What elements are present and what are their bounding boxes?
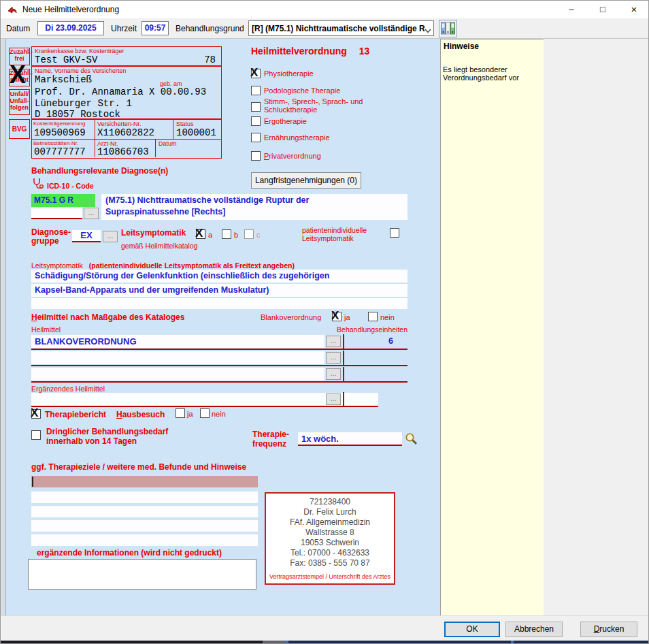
checkbox-ergotherapie[interactable] (251, 116, 261, 126)
ergaenzende-informationen-textarea[interactable] (28, 559, 256, 590)
checkbox-therapiebericht[interactable]: X (31, 409, 41, 419)
checkbox-leitsymptomatik-a[interactable]: X (196, 229, 205, 239)
checkbox-ernaehrungstherapie[interactable] (251, 133, 261, 142)
label-blanko-nein: nein (380, 313, 395, 321)
diagnosis-description[interactable]: (M75.1) Nichttraumatische vollständige R… (101, 194, 407, 220)
checkbox-blanko-nein[interactable] (368, 312, 378, 321)
checkbox-leitsymptomatik-c[interactable] (244, 229, 254, 239)
behandlungsgrund-value: [R] (M75.1) Nichttraumatische vollständi… (252, 24, 425, 33)
label-line: Schlucktherapie (264, 106, 363, 114)
patient-box: Name, Vorname des Versicherten Markschie… (31, 66, 222, 119)
ok-button[interactable]: OK (444, 622, 500, 637)
heilmittel-field-1[interactable]: BLANKOVERORDNUNG (31, 335, 324, 348)
diagnosegruppe-field[interactable]: EX (72, 230, 101, 242)
uhrzeit-field[interactable]: 09:57 (142, 21, 169, 35)
label-line: Leitsymptomatik (302, 234, 367, 242)
taskbar-segment (263, 641, 285, 644)
behandlungseinheiten-value-1[interactable]: 6 (344, 336, 393, 346)
label-ergotherapie: Ergotherapie (264, 117, 307, 125)
magnifier-icon[interactable] (405, 432, 418, 447)
flag-unfall[interactable]: Unfall/ Unfall- folgen (9, 89, 30, 115)
flag-label: folgen (10, 104, 29, 111)
ergaenzende-informationen-label: ergänzende Informationen (wird nicht ged… (37, 548, 222, 558)
checkbox-hausbesuch-ja[interactable] (176, 408, 185, 418)
icd-search-button[interactable]: ... (84, 208, 99, 219)
flag-label: Unfall/ (10, 91, 29, 97)
checkbox-podologische[interactable] (251, 86, 261, 95)
icd-code-field-2[interactable] (31, 208, 82, 219)
prescription-title: Heilmittelverordnung 13 (251, 46, 369, 57)
label-rest: rucken (599, 624, 624, 634)
hinweise-panel: Hinweise Es liegt besonderer Verordnungs… (440, 39, 544, 615)
therapieziele-row-4[interactable] (31, 520, 258, 532)
datum-field[interactable]: Di 23.09.2025 (37, 21, 104, 35)
title-bar: Neue Heilmittelverordnung – □ × (1, 1, 649, 18)
checkbox-leitsymptomatik-b[interactable] (222, 229, 231, 239)
blankoverordnung-label: Blankoverordnung (261, 313, 321, 321)
label-ernaehrungstherapie: Ernährungstherapie (264, 133, 330, 142)
ergaenzend-search-button[interactable]: ... (326, 393, 341, 405)
therapieziele-row-5[interactable] (31, 534, 258, 546)
heilmittel-search-button-2[interactable]: ... (326, 352, 341, 364)
label-physiotherapie: Physiotherapie (264, 69, 314, 78)
checkbox-privatverordnung[interactable] (251, 151, 261, 161)
langfristgenehmigungen-button[interactable]: Langfristgenehmigungen (0) (251, 172, 361, 189)
flag-bvg[interactable]: BVG (9, 119, 30, 139)
insurance-numbers-box: Kostenträgerkennung 109500969 Versichert… (31, 119, 222, 140)
stethoscope-icon (31, 178, 44, 193)
minimize-button[interactable]: – (556, 1, 587, 18)
leitsymptomatik-row-1[interactable]: Schädigung/Störung der Gelenkfunktion (e… (31, 270, 407, 283)
prescription-title-text: Heilmittelverordnung (251, 46, 347, 57)
label-stimm-sprech: Stimm-, Sprech-, Sprach- und Schluckther… (264, 97, 363, 114)
stamp-line: Tel.: 07000 - 4632633 (266, 548, 394, 558)
leitsymptomatik-freitext-header: Leitsymptomatik (patientenindividuelle L… (31, 261, 295, 270)
therapieziele-row-2[interactable] (31, 492, 258, 503)
label-podologische: Podologische Therapie (264, 86, 340, 95)
therapieziele-row-1[interactable] (31, 476, 258, 487)
right-filler (544, 39, 649, 615)
behandlungsgrund-label: Behandlungsgrund (176, 24, 244, 33)
hinweise-text-line1: Es liegt besonderer (443, 65, 507, 74)
kasse-label: Krankenkasse bzw. Kostenträger (35, 48, 124, 54)
heilmittel-search-button-1[interactable]: ... (326, 336, 341, 347)
diagnosegruppe-search-button[interactable]: ... (103, 231, 118, 242)
checkbox-stimm-sprech[interactable] (251, 102, 261, 112)
checkbox-blanko-ja[interactable]: X (332, 312, 342, 321)
check-mark: X (331, 309, 339, 323)
checkbox-patientenindividuell[interactable] (390, 228, 399, 238)
leitsymptomatik-row-3[interactable] (31, 298, 407, 309)
stamp-line: 19053 Schwerin (266, 538, 394, 548)
app-icon (7, 4, 18, 15)
checkbox-dringlicher-bedarf[interactable] (31, 430, 41, 440)
print-button[interactable]: Drucken (580, 622, 637, 637)
accel: H (31, 312, 37, 322)
leitsymptomatik-label: Leitsymptomatik (121, 228, 186, 238)
catalog-binders-button[interactable] (439, 20, 457, 37)
cancel-button[interactable]: Abbrechen (505, 622, 563, 637)
heilmittel-field-3[interactable] (31, 368, 324, 381)
taskbar-segment (288, 641, 649, 644)
close-button[interactable]: × (618, 1, 649, 18)
label-rest: ausbesuch (122, 410, 165, 419)
datum-cell: Datum (156, 140, 221, 157)
therapieziele-row-3[interactable] (31, 506, 258, 517)
checkbox-hausbesuch-nein[interactable] (200, 408, 210, 418)
behandlungsgrund-select[interactable]: [R] (M75.1) Nichttraumatische vollständi… (248, 20, 434, 36)
icd-code-field[interactable]: M75.1 G R (31, 194, 95, 207)
footer-bar: OK Abbrechen Drucken (1, 615, 649, 641)
patient-surname: Markschieß (35, 74, 92, 85)
maximize-button[interactable]: □ (587, 1, 618, 18)
text-cursor (32, 477, 33, 487)
betriebsstaetten-label: Betriebsstätten-Nr. (33, 140, 78, 146)
check-mark: X (31, 406, 38, 420)
heilmittel-column-label: Heilmittel (31, 325, 61, 334)
divider (343, 367, 344, 382)
therapiebericht-label: Therapiebericht (45, 410, 106, 419)
checkbox-physiotherapie[interactable]: X (251, 69, 261, 78)
window-title: Neue Heilmittelverordnung (22, 5, 119, 14)
therapiefrequenz-field[interactable]: 1x wöch. (298, 432, 402, 446)
icd-10-label: ICD-10 - Code (47, 182, 94, 190)
heilmittel-search-button-3[interactable]: ... (326, 368, 341, 380)
heilmittel-field-2[interactable] (31, 351, 324, 364)
leitsymptomatik-row-2[interactable]: Kapsel-Band-Apparats und der umgreifende… (31, 284, 407, 297)
